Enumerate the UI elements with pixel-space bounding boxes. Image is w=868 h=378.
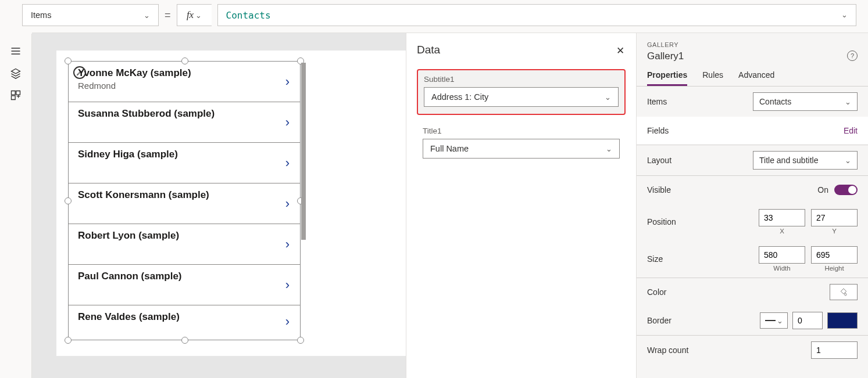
gallery-item-title: Scott Konersmann (sample) bbox=[78, 189, 293, 201]
prop-wrap-count: Wrap count bbox=[637, 335, 868, 365]
screen-stage[interactable]: Yvonne McKay (sample) Redmond › Susanna … bbox=[56, 51, 408, 356]
chevron-down-icon: ⌄ bbox=[195, 11, 202, 20]
border-style-select[interactable]: ⌄ bbox=[760, 312, 788, 329]
tab-properties[interactable]: Properties bbox=[647, 70, 687, 86]
hamburger-icon[interactable] bbox=[10, 45, 22, 57]
prop-label: Color bbox=[647, 287, 666, 297]
field-title-value: Full Name bbox=[430, 144, 469, 153]
gallery-item[interactable]: Susanna Stubberod (sample) › bbox=[69, 102, 300, 143]
close-icon[interactable]: ✕ bbox=[616, 45, 624, 57]
edit-icon[interactable] bbox=[73, 66, 86, 79]
field-title-select[interactable]: Full Name ⌄ bbox=[423, 139, 620, 159]
fx-button[interactable]: fx ⌄ bbox=[177, 4, 212, 26]
insert-icon[interactable] bbox=[10, 89, 22, 101]
gallery-item-title: Rene Valdes (sample) bbox=[78, 311, 293, 323]
chevron-down-icon: ⌄ bbox=[845, 98, 851, 106]
gallery-item[interactable]: Scott Konersmann (sample) › bbox=[69, 183, 300, 224]
formula-bar: Items ⌄ = fx ⌄ Contacts ⌄ bbox=[22, 4, 856, 26]
chevron-down-icon: ⌄ bbox=[144, 11, 150, 20]
prop-fields: Fields Edit bbox=[637, 117, 868, 145]
properties-header: GALLERY Gallery1 ? bbox=[637, 33, 868, 62]
chevron-down-icon: ⌄ bbox=[845, 156, 851, 165]
items-select[interactable]: Contacts ⌄ bbox=[753, 92, 858, 111]
tab-rules[interactable]: Rules bbox=[702, 70, 723, 86]
field-label: Title1 bbox=[423, 127, 620, 135]
wrap-count-input[interactable] bbox=[811, 341, 858, 359]
prop-label: Position bbox=[647, 217, 676, 226]
prop-label: Items bbox=[647, 97, 667, 106]
toggle-pill bbox=[834, 185, 858, 195]
help-icon[interactable]: ? bbox=[847, 51, 858, 61]
border-color-swatch[interactable] bbox=[827, 312, 858, 329]
field-subtitle-value: Address 1: City bbox=[431, 92, 488, 102]
selection-handle[interactable] bbox=[297, 337, 304, 344]
gallery-item-subtitle: Redmond bbox=[78, 81, 293, 91]
prop-position: Position X Y bbox=[637, 203, 868, 240]
gallery-item[interactable]: Robert Lyon (sample) › bbox=[69, 224, 300, 265]
prop-label: Layout bbox=[647, 156, 671, 165]
tab-advanced[interactable]: Advanced bbox=[738, 70, 774, 86]
color-picker[interactable] bbox=[830, 284, 858, 300]
chevron-right-icon[interactable]: › bbox=[285, 156, 290, 171]
gallery-item[interactable]: Yvonne McKay (sample) Redmond › bbox=[69, 62, 300, 102]
edit-fields-link[interactable]: Edit bbox=[844, 126, 858, 135]
gallery-item-title: Sidney Higa (sample) bbox=[78, 149, 293, 160]
size-width-input[interactable] bbox=[759, 246, 805, 264]
prop-size: Size Width Height bbox=[637, 240, 868, 278]
gallery-item-title: Susanna Stubberod (sample) bbox=[78, 108, 293, 120]
width-label: Width bbox=[759, 265, 805, 272]
items-value: Contacts bbox=[759, 97, 791, 106]
position-y-input[interactable] bbox=[811, 209, 858, 226]
chevron-right-icon[interactable]: › bbox=[285, 115, 290, 130]
x-label: X bbox=[759, 228, 805, 235]
gallery-item-title: Paul Cannon (sample) bbox=[78, 271, 293, 282]
prop-label: Visible bbox=[647, 185, 671, 195]
left-rail bbox=[0, 34, 32, 378]
prop-label: Size bbox=[647, 254, 663, 264]
fill-icon bbox=[839, 287, 848, 297]
position-x-input[interactable] bbox=[759, 209, 805, 226]
prop-items: Items Contacts ⌄ bbox=[637, 87, 868, 117]
size-height-input[interactable] bbox=[811, 246, 858, 264]
layout-select[interactable]: Title and subtitle ⌄ bbox=[753, 151, 858, 170]
gallery-item[interactable]: Paul Cannon (sample) › bbox=[69, 265, 300, 305]
canvas[interactable]: Yvonne McKay (sample) Redmond › Susanna … bbox=[32, 33, 406, 378]
chevron-down-icon: ⌄ bbox=[606, 145, 612, 153]
chevron-down-icon: ⌄ bbox=[841, 10, 848, 20]
field-label: Subtitle1 bbox=[424, 75, 619, 84]
chevron-right-icon[interactable]: › bbox=[285, 314, 290, 329]
data-panel-title: Data bbox=[417, 44, 626, 56]
equals-label: = bbox=[165, 9, 171, 21]
chevron-right-icon[interactable]: › bbox=[285, 278, 290, 293]
prop-border: Border ⌄ bbox=[637, 306, 868, 335]
prop-label: Wrap count bbox=[647, 345, 688, 355]
gallery-item[interactable]: Rene Valdes (sample) › bbox=[69, 305, 300, 337]
chevron-right-icon[interactable]: › bbox=[285, 74, 290, 89]
data-panel: Data ✕ Subtitle1 Address 1: City ⌄ Title… bbox=[406, 33, 636, 378]
field-subtitle-select[interactable]: Address 1: City ⌄ bbox=[424, 87, 619, 107]
property-select[interactable]: Items ⌄ bbox=[22, 4, 159, 26]
selection-handle[interactable] bbox=[65, 337, 72, 344]
toggle-value: On bbox=[817, 185, 828, 195]
gallery-item-title: Yvonne McKay (sample) bbox=[78, 67, 293, 79]
chevron-right-icon[interactable]: › bbox=[285, 237, 290, 252]
chevron-right-icon[interactable]: › bbox=[285, 196, 290, 211]
visible-toggle[interactable]: On bbox=[817, 185, 858, 195]
property-select-value: Items bbox=[31, 10, 51, 20]
property-tabs: Properties Rules Advanced bbox=[637, 62, 868, 87]
border-width-input[interactable] bbox=[792, 312, 823, 329]
properties-panel: GALLERY Gallery1 ? Properties Rules Adva… bbox=[636, 33, 868, 378]
gallery-control[interactable]: Yvonne McKay (sample) Redmond › Susanna … bbox=[68, 61, 301, 340]
layers-icon[interactable] bbox=[10, 67, 22, 79]
selection-handle[interactable] bbox=[181, 337, 188, 344]
chevron-down-icon: ⌄ bbox=[605, 93, 611, 102]
prop-color: Color bbox=[637, 278, 868, 306]
layout-value: Title and subtitle bbox=[759, 156, 818, 165]
prop-label: Border bbox=[647, 316, 671, 325]
height-label: Height bbox=[811, 265, 858, 272]
prop-visible: Visible On bbox=[637, 175, 868, 203]
formula-input[interactable]: Contacts ⌄ bbox=[217, 4, 856, 26]
control-name: Gallery1 bbox=[647, 51, 858, 62]
gallery-item[interactable]: Sidney Higa (sample) › bbox=[69, 143, 300, 183]
scrollbar[interactable] bbox=[301, 63, 306, 240]
